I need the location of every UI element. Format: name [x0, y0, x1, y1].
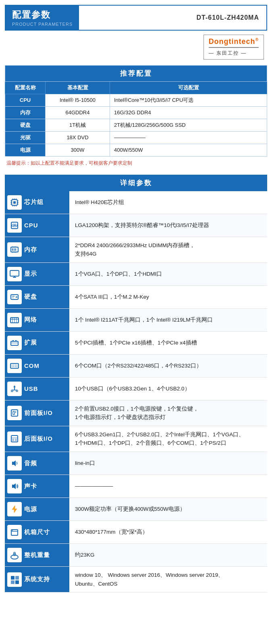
detail-icon-13	[7, 502, 22, 516]
svg-rect-42	[15, 340, 17, 341]
detail-icon-3	[7, 267, 22, 281]
detail-value-6: 5个PCI插槽、1个PCIe x16插槽、1个PCIe x4插槽	[69, 331, 267, 354]
detail-label-14: 机箱尺寸	[24, 528, 50, 536]
recommend-row: 硬盘 1T机械 2T机械/128G/256G/500G SSD	[5, 119, 267, 131]
svg-rect-63	[12, 439, 14, 441]
detail-row: 电源 300W额定功率（可更换400W或550W电源）	[5, 498, 267, 521]
detail-icon-1: CPU	[7, 218, 22, 233]
rec-basic-1: 64GDDR4	[46, 106, 110, 119]
detail-value-3: 1个VGA口、1个DP口、1个HDMI口	[69, 262, 267, 285]
svg-rect-59	[13, 411, 15, 415]
rec-optional-3: ——————	[110, 131, 267, 144]
rec-optional-0: Intel®Core™10代i3/i5/i7 CPU可选	[110, 94, 267, 106]
detail-icon-cell-13: 电源	[5, 498, 69, 521]
svg-rect-76	[15, 580, 19, 584]
logo-area: Dongtintech® — 东田工控 —	[0, 31, 272, 60]
svg-rect-19	[14, 248, 15, 251]
detail-label-16: 系统支持	[24, 576, 50, 583]
detail-icon-cell-10: 后面板I/O	[5, 426, 69, 452]
detail-value-8: 10个USB口（6个USB3.2Gen 1、4个USB2.0）	[69, 377, 267, 400]
detail-icon-cell-6: 扩展	[5, 331, 69, 354]
svg-rect-27	[10, 270, 19, 276]
detail-value-11: line-in口	[69, 452, 267, 475]
detail-value-9: 2个前置USB2.0接口，1个电源按键，1个复位键，1个电源指示灯，1个硬盘状态…	[69, 400, 267, 426]
detail-section: 详细参数 芯片组 Intel® H420E芯片组 CPU CPU LGA1200…	[5, 175, 267, 593]
logo-divider	[209, 47, 259, 48]
svg-point-47	[15, 365, 16, 365]
header: 配置参数 PRODUCT PARAMETERS DT-610L-ZH420MA	[5, 5, 267, 31]
detail-value-16: window 10、 Windows server 2016、Windows s…	[69, 567, 267, 592]
svg-point-50	[13, 366, 14, 367]
recommend-row: CPU Intel® I5-10500 Intel®Core™10代i3/i5/…	[5, 94, 267, 106]
detail-icon-cell-4: 硬盘	[5, 285, 69, 308]
detail-label-1: CPU	[24, 222, 38, 229]
detail-icon-cell-9: 前面板I/O	[5, 400, 69, 426]
rec-optional-1: 16G/32G DDR4	[110, 106, 267, 119]
detail-row: USB 10个USB口（6个USB3.2Gen 1、4个USB2.0）	[5, 377, 267, 400]
detail-icon-8	[7, 382, 22, 396]
detail-icon-16	[7, 572, 22, 587]
detail-icon-cell-8: USB	[5, 377, 69, 400]
svg-rect-40	[11, 341, 18, 345]
detail-value-13: 300W额定功率（可更换400W或550W电源）	[69, 498, 267, 521]
svg-rect-61	[11, 436, 18, 442]
svg-point-52	[17, 366, 17, 367]
recommend-tip: 温馨提示：如以上配置不能满足要求，可根据客户要求定制	[6, 160, 266, 167]
detail-label-5: 网络	[24, 316, 37, 324]
detail-label-3: 显示	[24, 270, 37, 278]
svg-rect-75	[11, 580, 15, 584]
svg-rect-60	[15, 411, 16, 413]
detail-value-2: 2*DDR4 2400/2666/2933MHz UDIMM内存插槽，支持64G	[69, 237, 267, 262]
rec-optional-2: 2T机械/128G/256G/500G SSD	[110, 119, 267, 131]
page-title-cn: 配置参数	[12, 9, 73, 21]
svg-point-71	[14, 552, 15, 554]
detail-icon-4	[7, 290, 22, 304]
detail-icon-0	[7, 195, 22, 210]
detail-icon-6	[7, 336, 22, 350]
recommend-row: 内存 64GDDR4 16G/32G DDR4	[5, 106, 267, 119]
detail-row: 声卡 ———————	[5, 475, 267, 498]
detail-label-11: 音频	[24, 460, 37, 467]
svg-rect-74	[15, 576, 19, 580]
rec-name-3: 光驱	[5, 131, 46, 144]
rec-basic-3: 18X DVD	[46, 131, 110, 144]
detail-value-1: LGA1200构架，支持英特尔®酷睿™10代I3/I5/I7处理器	[69, 214, 267, 237]
brand-name: Dongtintech®	[209, 37, 259, 46]
detail-icon-11	[7, 456, 22, 471]
detail-icon-cell-15: 整机重量	[5, 544, 69, 567]
detail-row: 前面板I/O 2个前置USB2.0接口，1个电源按键，1个复位键，1个电源指示灯…	[5, 400, 267, 426]
detail-icon-9	[7, 406, 22, 420]
detail-row: 机箱尺寸 430*480*177mm（宽*深*高）	[5, 521, 267, 544]
detail-label-2: 内存	[24, 246, 37, 254]
detail-row: COM 6个COM口（2个RS232/422/485口，4个RS232口）	[5, 354, 267, 377]
svg-point-45	[12, 365, 12, 365]
svg-text:CPU: CPU	[12, 224, 18, 227]
detail-table: 芯片组 Intel® H420E芯片组 CPU CPU LGA1200构架，支持…	[5, 191, 267, 593]
detail-icon-5	[7, 313, 22, 327]
detail-row: 音频 line-in口	[5, 452, 267, 475]
brand-sub: — 东田工控 —	[209, 50, 247, 57]
detail-row: 系统支持 window 10、 Windows server 2016、Wind…	[5, 567, 267, 592]
rec-basic-4: 300W	[46, 144, 110, 156]
detail-label-12: 声卡	[24, 483, 37, 490]
detail-row: 芯片组 Intel® H420E芯片组	[5, 191, 267, 214]
page-title-en: PRODUCT PARAMETERS	[12, 22, 73, 27]
detail-row: 后面板I/O 6个USB3.2Gen1口、2个USB2.0口、2个Intel千兆…	[5, 426, 267, 452]
detail-icon-cell-3: 显示	[5, 262, 69, 285]
detail-row: 硬盘 4个SATA III口，1个M.2 M-Key	[5, 285, 267, 308]
rec-optional-4: 400W/550W	[110, 144, 267, 156]
detail-label-8: USB	[24, 385, 38, 392]
detail-icon-cell-11: 音频	[5, 452, 69, 475]
detail-value-7: 6个COM口（2个RS232/422/485口，4个RS232口）	[69, 354, 267, 377]
detail-label-6: 扩展	[24, 339, 37, 347]
detail-label-15: 整机重量	[24, 551, 50, 559]
svg-point-48	[17, 365, 17, 365]
detail-row: 扩展 5个PCI插槽、1个PCIe x16插槽、1个PCIe x4插槽	[5, 331, 267, 354]
recommend-title: 推荐配置	[5, 65, 267, 81]
svg-point-46	[13, 365, 14, 365]
recommend-table: 推荐配置 配置名称 基本配置 可选配置 CPU Intel® I5-10500 …	[5, 65, 267, 157]
detail-title: 详细参数	[5, 175, 267, 191]
rec-name-0: CPU	[5, 94, 46, 106]
detail-icon-cell-12: 声卡	[5, 475, 69, 498]
svg-marker-65	[12, 506, 17, 513]
